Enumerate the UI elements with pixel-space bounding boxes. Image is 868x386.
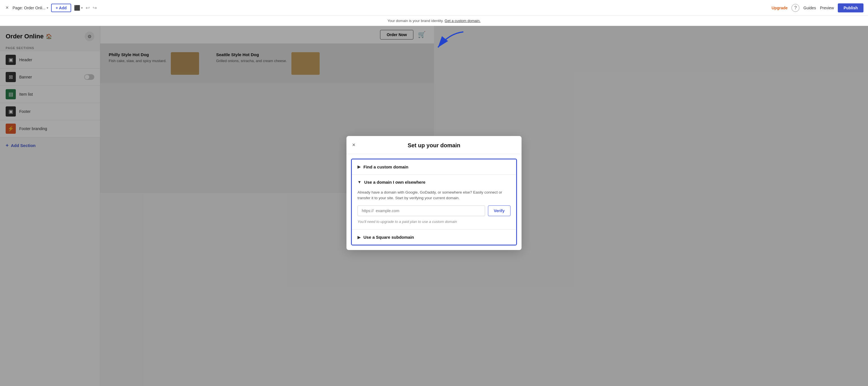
undo-button[interactable]: ↩: [86, 5, 90, 11]
redo-button[interactable]: ↪: [93, 5, 97, 11]
domain-banner: Your domain is your brand identity. Get …: [0, 16, 434, 26]
monitor-icon: ⬛: [74, 5, 80, 11]
find-custom-label: Find a custom domain: [364, 164, 408, 169]
close-button[interactable]: ×: [4, 4, 10, 12]
domain-banner-text: Your domain is your brand identity.: [388, 19, 434, 23]
accordion-own-elsewhere-content: Already have a domain with Google, GoDad…: [352, 190, 434, 193]
modal-close-button[interactable]: ×: [352, 142, 355, 148]
modal: × Set up your domain ▶ Find a custom dom…: [346, 136, 434, 193]
own-elsewhere-label: Use a domain I own elsewhere: [364, 180, 426, 185]
add-button[interactable]: + Add: [51, 4, 71, 12]
modal-overlay[interactable]: × Set up your domain ▶ Find a custom dom…: [0, 0, 434, 193]
page-label: Page: Order Onli... ▾: [13, 6, 49, 10]
accordion-own-elsewhere-header[interactable]: ▼ Use a domain I own elsewhere: [352, 175, 434, 190]
modal-body: ▶ Find a custom domain ▼ Use a domain I …: [351, 159, 434, 193]
accordion-own-elsewhere: ▼ Use a domain I own elsewhere Already h…: [352, 175, 434, 193]
monitor-dropdown-icon: ▾: [81, 6, 83, 10]
accordion-find-custom-header[interactable]: ▶ Find a custom domain: [352, 159, 434, 174]
own-elsewhere-chevron: ▼: [358, 180, 362, 184]
topbar-left: × Page: Order Onli... ▾ + Add ⬛ ▾ ↩ ↪: [4, 4, 97, 12]
modal-header: × Set up your domain: [346, 136, 434, 154]
page-dropdown-icon[interactable]: ▾: [46, 6, 48, 10]
accordion-find-custom: ▶ Find a custom domain: [352, 159, 434, 175]
find-custom-chevron: ▶: [358, 164, 361, 169]
own-elsewhere-description: Already have a domain with Google, GoDad…: [358, 190, 434, 193]
modal-title: Set up your domain: [408, 142, 434, 149]
page-name: Page: Order Onli...: [13, 6, 46, 10]
arrow-annotation: [432, 30, 434, 53]
monitor-button[interactable]: ⬛ ▾: [74, 5, 83, 11]
topbar: × Page: Order Onli... ▾ + Add ⬛ ▾ ↩ ↪ Up…: [0, 0, 434, 16]
